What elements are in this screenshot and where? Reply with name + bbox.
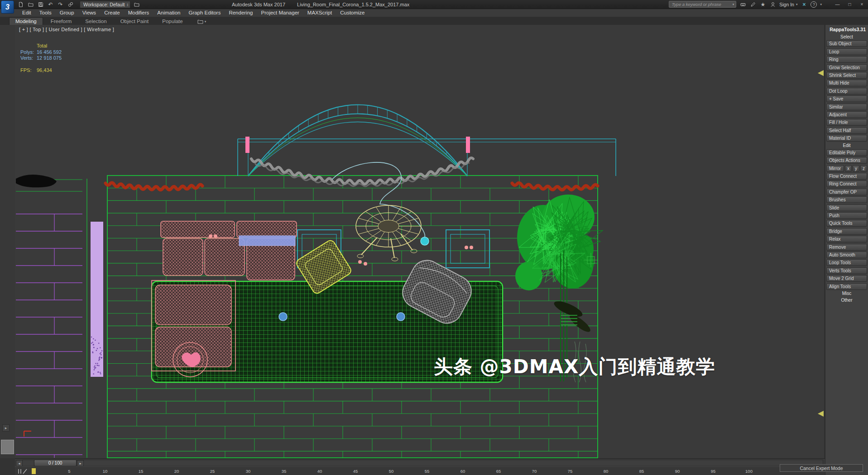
tab-modeling[interactable]: Modeling [9, 17, 43, 25]
rappatools-button-bridge[interactable]: Bridge [826, 228, 867, 235]
rappatools-mirror-axis-x[interactable]: x [845, 165, 852, 172]
menu-customize[interactable]: Customize [336, 9, 369, 16]
rappatools-button-similar[interactable]: Similar [826, 104, 867, 110]
rappatools-mirror-axis-z[interactable]: z [860, 165, 867, 172]
open-file-icon[interactable] [27, 1, 34, 8]
ribbon-config-button[interactable]: ▾ [195, 18, 209, 25]
menu-animation[interactable]: Animation [153, 9, 184, 16]
menu-project-manager[interactable]: Project Manager [257, 9, 303, 16]
rappatools-button-mirror[interactable]: Mirror [826, 165, 844, 172]
manage-workspace-icon[interactable] [134, 1, 140, 8]
rappatools-button-editable-poly[interactable]: Editable Poly [826, 149, 867, 156]
rappatools-mirror-axis-y[interactable]: y [853, 165, 859, 172]
tab-object-paint[interactable]: Object Paint [115, 18, 155, 25]
search-box[interactable]: ▾ [669, 1, 737, 8]
tab-populate[interactable]: Populate [156, 18, 188, 25]
tab-freeform[interactable]: Freeform [45, 18, 78, 25]
rappatools-button-material-id[interactable]: Material ID [826, 135, 867, 142]
menu-modifiers[interactable]: Modifiers [124, 9, 153, 16]
time-slider-track[interactable] [22, 460, 823, 466]
rappatools-button-loop-tools[interactable]: Loop Tools [826, 259, 867, 266]
rappatools-button-objects-actions[interactable]: Objects Actions [826, 157, 867, 164]
pen-icon[interactable] [749, 1, 756, 8]
time-slider-prev-icon[interactable]: ◂ [16, 460, 23, 466]
rappatools-button-push[interactable]: Push [826, 212, 867, 219]
rappatools-button-champfer-op[interactable]: Champfer OP [826, 189, 867, 195]
sign-in-button[interactable]: Sign In ▾ [779, 2, 797, 7]
rappatools-button-multi-hide[interactable]: Multi Hide [826, 80, 867, 86]
menu-edit[interactable]: Edit [18, 9, 35, 16]
blue-sphere-right[interactable] [397, 313, 405, 321]
rappatools-button-relax[interactable]: Relax [826, 236, 867, 242]
search-caret-icon[interactable]: ▾ [733, 3, 734, 6]
left-wall-wireframe[interactable] [16, 179, 87, 458]
rappatools-button-brushes[interactable]: Brushes [826, 196, 867, 203]
menu-tools[interactable]: Tools [35, 9, 56, 16]
current-frame-marker[interactable] [32, 468, 36, 474]
viewport-layout-thumb[interactable] [1, 440, 14, 454]
workspace-dropdown[interactable]: Workspace: Default ▴▾ [80, 1, 130, 8]
rappatools-button-remove[interactable]: Remove [826, 244, 867, 251]
time-slider-thumb[interactable]: 0 / 100 [34, 460, 77, 466]
rappatools-button-grow-selection[interactable]: Grow Selection [826, 64, 867, 71]
workspace-spinner[interactable]: ▴▾ [127, 3, 128, 6]
undo-icon[interactable]: ↶ [47, 1, 54, 8]
menu-maxscript[interactable]: MAXScript [303, 9, 336, 16]
rappatools-button-auto-smooth[interactable]: Auto Smooth [826, 252, 867, 258]
rappatools-button-fill-hole[interactable]: Fill / Hole [826, 119, 867, 126]
rappatools-button-loop[interactable]: Loop [826, 48, 867, 55]
link-icon[interactable] [67, 1, 74, 8]
save-icon[interactable] [37, 1, 44, 8]
menu-group[interactable]: Group [56, 9, 78, 16]
menu-create[interactable]: Create [100, 9, 124, 16]
rappatools-button-quick-tools[interactable]: Quick Tools [826, 220, 867, 227]
search-input[interactable] [671, 1, 733, 7]
rappatools-button-ring[interactable]: Ring [826, 56, 867, 63]
new-scene-icon[interactable] [17, 1, 24, 8]
blue-sphere-left[interactable] [279, 313, 287, 321]
frame-tick-35: 35 [282, 469, 287, 474]
maximize-button[interactable]: □ [844, 0, 856, 9]
viewport-scene[interactable] [15, 25, 824, 458]
viewport-layout-arrow[interactable]: ▸ [2, 424, 10, 432]
redo-icon[interactable]: ↷ [57, 1, 64, 8]
menu-views[interactable]: Views [78, 9, 100, 16]
viewport-top[interactable]: [ + ] [ Top ] [ User Defined ] [ Wirefra… [15, 25, 824, 458]
rappatools-button-flow-connect[interactable]: Flow Connect [826, 173, 867, 180]
rappatools-button-sub-object[interactable]: Sub Object [826, 40, 867, 47]
star-icon[interactable]: ★ [759, 1, 766, 8]
app-logo-3dsmax[interactable]: 3 [1, 0, 14, 14]
rappatools-button-adjacent[interactable]: Adjacent [826, 111, 867, 118]
rappatools-button-verts-tools[interactable]: Verts Tools [826, 267, 867, 274]
track-bar[interactable]: 0510152025303540455055606570758085909510… [15, 466, 825, 475]
mini-curve-editor-icon[interactable] [17, 469, 29, 474]
help-icon[interactable]: ? [810, 1, 817, 8]
menu-rendering[interactable]: Rendering [225, 9, 257, 16]
rappatools-button-move-2-grid[interactable]: Move 2 Grid [826, 275, 867, 282]
ribbon-config-caret-icon: ▾ [205, 20, 206, 24]
rappatools-button-slide[interactable]: Slide [826, 204, 867, 211]
blue-pillow[interactable] [239, 236, 295, 246]
time-slider[interactable]: ◂ 0 / 100 ▸ [15, 458, 825, 467]
minimize-button[interactable]: — [831, 0, 844, 9]
roof-arch-wireframe[interactable] [238, 105, 616, 176]
cancel-expert-mode-button[interactable]: Cancel Expert Mode [780, 464, 863, 472]
rappatools-button-save[interactable]: + Save [826, 95, 867, 102]
rappatools-button-ring-connect[interactable]: Ring Connect [826, 180, 867, 187]
user-icon[interactable] [769, 1, 776, 8]
rappatools-button-align-tools[interactable]: Align Tools [826, 283, 867, 290]
tab-selection[interactable]: Selection [79, 18, 112, 25]
time-slider-next-icon[interactable]: ▸ [77, 460, 84, 466]
menu-graph-editors[interactable]: Graph Editors [184, 9, 225, 16]
black-object[interactable] [16, 175, 57, 187]
cyan-sphere[interactable] [421, 237, 429, 245]
viewport-label[interactable]: [ + ] [ Top ] [ User Defined ] [ Wirefra… [19, 27, 114, 32]
community-x-icon[interactable]: × [801, 1, 807, 8]
help-caret-icon[interactable]: ▾ [820, 3, 822, 6]
rappatools-button-select-half[interactable]: Select Half [826, 127, 867, 134]
violet-panel[interactable] [91, 222, 103, 377]
rappatools-button-dot-loop[interactable]: Dot Loop [826, 88, 867, 95]
keyboard-icon[interactable] [739, 1, 746, 8]
close-button[interactable]: × [856, 0, 868, 9]
rappatools-button-shrink-select[interactable]: Shrink Select [826, 72, 867, 79]
